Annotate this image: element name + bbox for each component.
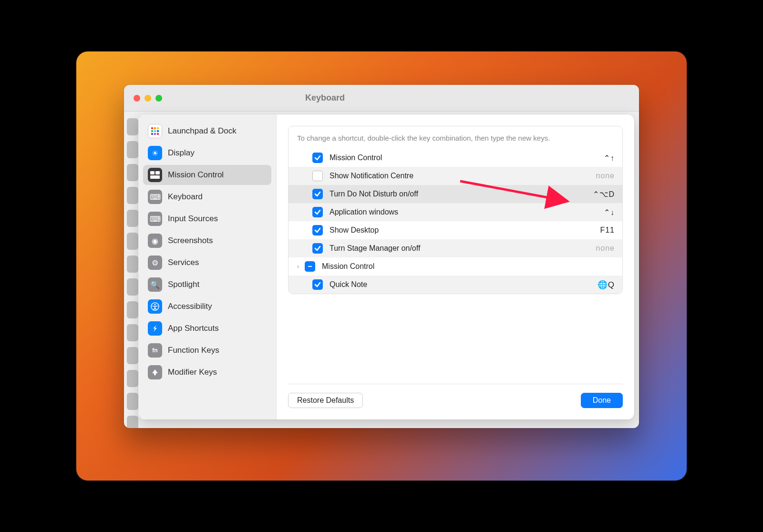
chevron-right-icon[interactable]: › [294,263,302,270]
sidebar-item-services[interactable]: ⚙ Services [143,253,271,273]
shortcut-row-notification-centre[interactable]: Show Notification Centre none [289,167,622,185]
shortcut-row-show-desktop[interactable]: Show Desktop F11 [289,221,622,239]
screenshot-icon: ◉ [148,234,162,248]
sidebar-item-label: Function Keys [168,346,219,355]
svg-rect-8 [157,133,159,135]
grid-icon [148,124,162,138]
shortcut-group-mission-control[interactable]: › − Mission Control [289,257,622,276]
shortcut-label: Show Notification Centre [330,172,596,180]
collapse-icon: − [305,261,315,272]
shortcut-row-stage-manager[interactable]: Turn Stage Manager on/off none [289,239,622,257]
desktop-wallpaper: Keyboard Launchpad & Dock ☀︎ Display [76,51,687,481]
sidebar-item-keyboard[interactable]: ⌨ Keyboard [143,187,271,207]
shortcut-key[interactable]: none [596,244,615,253]
sheet-footer: Restore Defaults Done [288,384,623,408]
svg-rect-0 [151,127,153,129]
sidebar-item-label: Spotlight [168,280,199,289]
checkbox[interactable] [312,153,323,163]
svg-rect-6 [151,133,153,135]
sidebar-item-label: Input Sources [168,214,218,224]
shortcut-label: Show Desktop [330,226,600,235]
checkbox[interactable] [312,243,323,254]
sidebar-item-launchpad[interactable]: Launchpad & Dock [143,121,271,141]
svg-rect-2 [157,127,159,129]
mission-control-icon [148,168,162,182]
svg-rect-7 [154,133,156,135]
checkbox[interactable] [312,225,323,235]
checkbox[interactable] [312,279,323,290]
shortcut-label: Turn Do Not Disturb on/off [330,190,593,198]
shortcut-label: Quick Note [330,280,598,289]
keyboard-icon: ⌨ [148,190,162,204]
svg-rect-3 [151,130,153,132]
sidebar-item-label: Services [168,258,199,267]
shortcut-key[interactable]: none [596,172,615,180]
sidebar-item-function-keys[interactable]: fn Function Keys [143,340,271,360]
titlebar: Keyboard [124,85,639,112]
zoom-icon[interactable] [155,95,162,102]
shortcut-label: Application windows [330,208,604,216]
svg-point-13 [155,304,156,306]
sidebar-item-app-shortcuts[interactable]: App Shortcuts [143,318,271,338]
svg-rect-11 [150,175,160,179]
svg-rect-1 [154,127,156,129]
close-icon[interactable] [134,95,140,102]
traffic-lights [134,95,162,102]
shortcut-row-quick-note[interactable]: Quick Note 🌐Q [289,276,622,294]
sidebar-item-accessibility[interactable]: Accessibility [143,297,271,317]
shortcuts-sheet: Launchpad & Dock ☀︎ Display Mission Cont… [138,114,634,419]
shortcut-key[interactable]: ⌃↓ [604,208,615,217]
window-title: Keyboard [305,93,345,103]
sidebar-item-label: Launchpad & Dock [168,126,237,136]
sidebar-item-input-sources[interactable]: ⌨ Input Sources [143,209,271,229]
sidebar-item-label: Modifier Keys [168,368,217,377]
shortcut-key[interactable]: ⌃↑ [604,153,615,163]
checkbox[interactable] [312,207,323,217]
shortcut-label: Mission Control [330,153,604,162]
accessibility-icon [148,299,162,314]
sidebar-item-label: App Shortcuts [168,324,219,333]
sidebar-item-label: Mission Control [168,170,224,180]
shortcut-key[interactable]: ⌃⌥D [593,190,615,199]
restore-defaults-button[interactable]: Restore Defaults [288,393,363,408]
shortcut-key[interactable]: 🌐Q [598,280,615,290]
instructions-text: To change a shortcut, double-click the k… [289,126,622,149]
shortcut-key[interactable]: F11 [600,226,615,235]
background-sidebar-hint [127,118,138,428]
gear-icon: ⚙ [148,256,162,270]
input-sources-icon: ⌨ [148,212,162,226]
search-icon: 🔍 [148,277,162,292]
shortcut-label: Mission Control [322,262,615,271]
shortcut-row-do-not-disturb[interactable]: Turn Do Not Disturb on/off ⌃⌥D [289,185,622,203]
settings-window: Keyboard Launchpad & Dock ☀︎ Display [124,85,639,428]
app-shortcuts-icon [148,321,162,336]
shortcut-label: Turn Stage Manager on/off [330,244,596,253]
shortcuts-table: To change a shortcut, double-click the k… [288,126,623,294]
main-panel: To change a shortcut, double-click the k… [277,114,634,419]
minimize-icon[interactable] [144,95,151,102]
checkbox[interactable] [312,189,323,199]
modifier-icon [148,365,162,379]
sidebar-item-mission-control[interactable]: Mission Control [143,165,271,185]
svg-rect-10 [155,171,160,174]
sidebar-item-display[interactable]: ☀︎ Display [143,143,271,163]
done-button[interactable]: Done [581,393,623,408]
svg-rect-5 [157,130,159,132]
svg-rect-9 [150,171,155,174]
sidebar-item-label: Display [168,148,195,158]
sidebar-item-modifier-keys[interactable]: Modifier Keys [143,362,271,382]
sun-icon: ☀︎ [148,146,162,160]
sidebar-item-label: Accessibility [168,302,212,311]
sidebar-item-screenshots[interactable]: ◉ Screenshots [143,231,271,251]
shortcut-row-application-windows[interactable]: Application windows ⌃↓ [289,203,622,221]
category-sidebar: Launchpad & Dock ☀︎ Display Mission Cont… [138,114,277,419]
sidebar-item-label: Keyboard [168,192,203,202]
svg-rect-4 [154,130,156,132]
sidebar-item-spotlight[interactable]: 🔍 Spotlight [143,275,271,295]
shortcut-row-mission-control[interactable]: Mission Control ⌃↑ [289,149,622,167]
sidebar-item-label: Screenshots [168,236,213,246]
checkbox[interactable] [312,171,323,181]
fn-icon: fn [148,343,162,358]
